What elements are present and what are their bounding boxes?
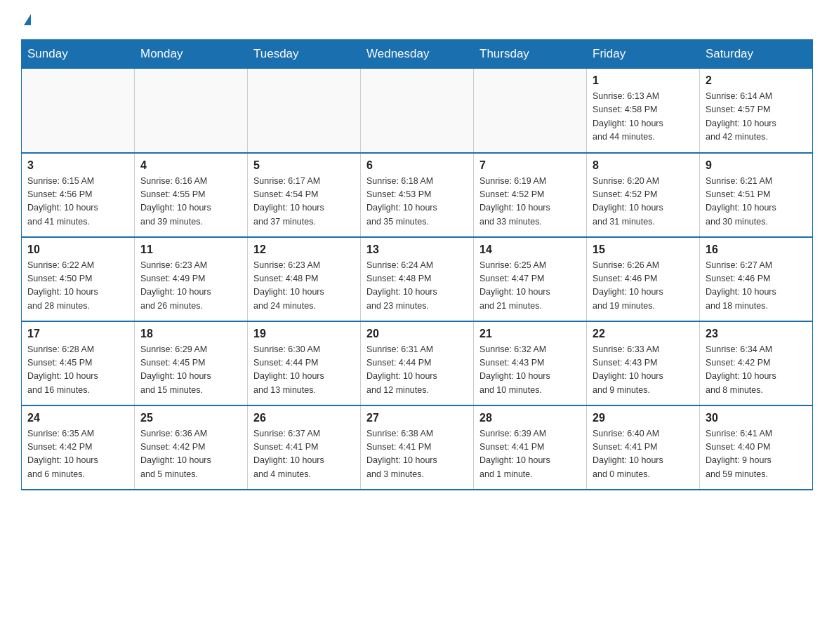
header-cell-thursday: Thursday xyxy=(474,40,587,69)
day-cell: 29Sunrise: 6:40 AMSunset: 4:41 PMDayligh… xyxy=(587,405,700,490)
day-cell: 10Sunrise: 6:22 AMSunset: 4:50 PMDayligh… xyxy=(22,237,135,321)
day-number: 11 xyxy=(140,243,241,256)
day-cell: 8Sunrise: 6:20 AMSunset: 4:52 PMDaylight… xyxy=(587,153,700,237)
day-cell xyxy=(361,69,474,153)
day-number: 6 xyxy=(366,159,468,172)
day-number: 9 xyxy=(706,159,807,172)
day-number: 27 xyxy=(366,412,468,424)
day-info: Sunrise: 6:21 AMSunset: 4:51 PMDaylight:… xyxy=(706,175,807,229)
header-cell-sunday: Sunday xyxy=(22,40,135,69)
day-info: Sunrise: 6:40 AMSunset: 4:41 PMDaylight:… xyxy=(593,427,694,482)
calendar-body: 1Sunrise: 6:13 AMSunset: 4:58 PMDaylight… xyxy=(22,69,813,490)
day-cell: 14Sunrise: 6:25 AMSunset: 4:47 PMDayligh… xyxy=(474,237,587,321)
day-cell: 16Sunrise: 6:27 AMSunset: 4:46 PMDayligh… xyxy=(700,237,813,321)
day-number: 22 xyxy=(593,328,694,340)
day-cell: 17Sunrise: 6:28 AMSunset: 4:45 PMDayligh… xyxy=(22,321,135,405)
header-cell-tuesday: Tuesday xyxy=(248,40,361,69)
day-info: Sunrise: 6:41 AMSunset: 4:40 PMDaylight:… xyxy=(706,427,807,482)
day-cell: 9Sunrise: 6:21 AMSunset: 4:51 PMDaylight… xyxy=(700,153,813,237)
calendar-header: SundayMondayTuesdayWednesdayThursdayFrid… xyxy=(22,40,813,69)
day-info: Sunrise: 6:39 AMSunset: 4:41 PMDaylight:… xyxy=(479,427,581,482)
day-info: Sunrise: 6:36 AMSunset: 4:42 PMDaylight:… xyxy=(140,427,241,482)
day-cell: 18Sunrise: 6:29 AMSunset: 4:45 PMDayligh… xyxy=(135,321,248,405)
day-number: 30 xyxy=(706,412,807,424)
day-number: 26 xyxy=(253,412,355,424)
day-info: Sunrise: 6:23 AMSunset: 4:48 PMDaylight:… xyxy=(253,259,355,314)
day-info: Sunrise: 6:26 AMSunset: 4:46 PMDaylight:… xyxy=(593,259,694,314)
day-cell: 28Sunrise: 6:39 AMSunset: 4:41 PMDayligh… xyxy=(474,405,587,490)
day-info: Sunrise: 6:31 AMSunset: 4:44 PMDaylight:… xyxy=(366,343,468,398)
day-cell: 19Sunrise: 6:30 AMSunset: 4:44 PMDayligh… xyxy=(248,321,361,405)
day-cell: 21Sunrise: 6:32 AMSunset: 4:43 PMDayligh… xyxy=(474,321,587,405)
day-number: 23 xyxy=(706,328,807,340)
day-info: Sunrise: 6:30 AMSunset: 4:44 PMDaylight:… xyxy=(253,343,355,398)
day-cell: 12Sunrise: 6:23 AMSunset: 4:48 PMDayligh… xyxy=(248,237,361,321)
header-cell-friday: Friday xyxy=(587,40,700,69)
day-info: Sunrise: 6:38 AMSunset: 4:41 PMDaylight:… xyxy=(366,427,468,482)
day-info: Sunrise: 6:28 AMSunset: 4:45 PMDaylight:… xyxy=(27,343,128,398)
day-cell xyxy=(22,69,135,153)
calendar-table: SundayMondayTuesdayWednesdayThursdayFrid… xyxy=(21,39,813,490)
week-row-3: 10Sunrise: 6:22 AMSunset: 4:50 PMDayligh… xyxy=(22,237,813,321)
header-row: SundayMondayTuesdayWednesdayThursdayFrid… xyxy=(22,40,813,69)
header-cell-wednesday: Wednesday xyxy=(361,40,474,69)
day-cell: 6Sunrise: 6:18 AMSunset: 4:53 PMDaylight… xyxy=(361,153,474,237)
day-number: 20 xyxy=(366,328,468,340)
day-number: 18 xyxy=(140,328,241,340)
day-number: 3 xyxy=(27,159,128,172)
day-number: 13 xyxy=(366,243,468,256)
day-cell: 4Sunrise: 6:16 AMSunset: 4:55 PMDaylight… xyxy=(135,153,248,237)
day-cell: 25Sunrise: 6:36 AMSunset: 4:42 PMDayligh… xyxy=(135,405,248,490)
day-info: Sunrise: 6:35 AMSunset: 4:42 PMDaylight:… xyxy=(27,427,128,482)
day-cell: 2Sunrise: 6:14 AMSunset: 4:57 PMDaylight… xyxy=(700,69,813,153)
day-info: Sunrise: 6:13 AMSunset: 4:58 PMDaylight:… xyxy=(593,90,694,145)
day-info: Sunrise: 6:17 AMSunset: 4:54 PMDaylight:… xyxy=(253,175,355,229)
day-cell xyxy=(474,69,587,153)
day-number: 21 xyxy=(479,328,581,340)
week-row-5: 24Sunrise: 6:35 AMSunset: 4:42 PMDayligh… xyxy=(22,405,813,490)
day-cell: 11Sunrise: 6:23 AMSunset: 4:49 PMDayligh… xyxy=(135,237,248,321)
day-number: 2 xyxy=(706,74,807,87)
day-number: 15 xyxy=(593,243,694,256)
day-number: 14 xyxy=(479,243,581,256)
day-number: 19 xyxy=(253,328,355,340)
week-row-4: 17Sunrise: 6:28 AMSunset: 4:45 PMDayligh… xyxy=(22,321,813,405)
day-number: 17 xyxy=(27,328,128,340)
day-number: 24 xyxy=(27,412,128,424)
day-info: Sunrise: 6:37 AMSunset: 4:41 PMDaylight:… xyxy=(253,427,355,482)
week-row-1: 1Sunrise: 6:13 AMSunset: 4:58 PMDaylight… xyxy=(22,69,813,153)
day-info: Sunrise: 6:19 AMSunset: 4:52 PMDaylight:… xyxy=(479,175,581,229)
day-info: Sunrise: 6:18 AMSunset: 4:53 PMDaylight:… xyxy=(366,175,468,229)
day-cell: 7Sunrise: 6:19 AMSunset: 4:52 PMDaylight… xyxy=(474,153,587,237)
day-number: 29 xyxy=(593,412,694,424)
day-info: Sunrise: 6:24 AMSunset: 4:48 PMDaylight:… xyxy=(366,259,468,314)
day-cell: 15Sunrise: 6:26 AMSunset: 4:46 PMDayligh… xyxy=(587,237,700,321)
day-cell: 22Sunrise: 6:33 AMSunset: 4:43 PMDayligh… xyxy=(587,321,700,405)
day-number: 25 xyxy=(140,412,241,424)
day-number: 7 xyxy=(479,159,581,172)
day-number: 16 xyxy=(706,243,807,256)
day-info: Sunrise: 6:32 AMSunset: 4:43 PMDaylight:… xyxy=(479,343,581,398)
day-cell: 26Sunrise: 6:37 AMSunset: 4:41 PMDayligh… xyxy=(248,405,361,490)
day-info: Sunrise: 6:29 AMSunset: 4:45 PMDaylight:… xyxy=(140,343,241,398)
page-header xyxy=(21,14,813,25)
day-number: 4 xyxy=(140,159,241,172)
day-info: Sunrise: 6:27 AMSunset: 4:46 PMDaylight:… xyxy=(706,259,807,314)
day-number: 12 xyxy=(253,243,355,256)
week-row-2: 3Sunrise: 6:15 AMSunset: 4:56 PMDaylight… xyxy=(22,153,813,237)
day-cell: 24Sunrise: 6:35 AMSunset: 4:42 PMDayligh… xyxy=(22,405,135,490)
day-cell xyxy=(135,69,248,153)
header-cell-monday: Monday xyxy=(135,40,248,69)
header-cell-saturday: Saturday xyxy=(700,40,813,69)
day-info: Sunrise: 6:20 AMSunset: 4:52 PMDaylight:… xyxy=(593,175,694,229)
day-info: Sunrise: 6:25 AMSunset: 4:47 PMDaylight:… xyxy=(479,259,581,314)
day-info: Sunrise: 6:23 AMSunset: 4:49 PMDaylight:… xyxy=(140,259,241,314)
day-info: Sunrise: 6:33 AMSunset: 4:43 PMDaylight:… xyxy=(593,343,694,398)
day-cell: 13Sunrise: 6:24 AMSunset: 4:48 PMDayligh… xyxy=(361,237,474,321)
logo-triangle-icon xyxy=(24,14,31,25)
day-cell: 5Sunrise: 6:17 AMSunset: 4:54 PMDaylight… xyxy=(248,153,361,237)
day-number: 10 xyxy=(27,243,128,256)
day-info: Sunrise: 6:22 AMSunset: 4:50 PMDaylight:… xyxy=(27,259,128,314)
day-info: Sunrise: 6:15 AMSunset: 4:56 PMDaylight:… xyxy=(27,175,128,229)
day-cell: 23Sunrise: 6:34 AMSunset: 4:42 PMDayligh… xyxy=(700,321,813,405)
